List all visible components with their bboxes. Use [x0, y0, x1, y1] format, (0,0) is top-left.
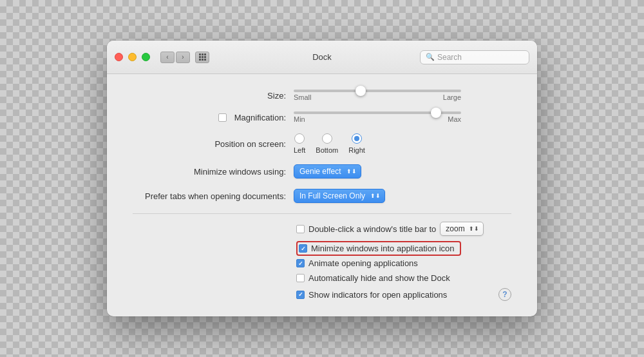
position-right-radio[interactable] [352, 133, 362, 144]
minimize-icon-row: Minimize windows into application icon [133, 241, 511, 256]
double-click-checkbox[interactable] [296, 225, 305, 233]
magnification-control: Min Max [294, 111, 511, 123]
autohide-checkbox[interactable] [296, 274, 305, 282]
magnification-slider-container: Min Max [294, 111, 461, 123]
minimize-select[interactable]: Genie effect ⬆⬇ [294, 164, 361, 179]
animate-checkbox[interactable] [296, 259, 305, 267]
tabs-control: In Full Screen Only ⬆⬇ [294, 189, 511, 203]
highlight-box: Minimize windows into application icon [296, 241, 461, 256]
position-control: Left Bottom Right [294, 133, 511, 154]
nav-buttons: ‹ › [160, 52, 190, 63]
position-left-label: Left [294, 146, 305, 154]
autohide-row: Automatically hide and show the Dock [133, 273, 511, 283]
traffic-lights [115, 53, 150, 61]
tabs-select-arrow: ⬆⬇ [370, 193, 381, 199]
magnification-slider-track[interactable] [294, 111, 461, 114]
minimize-icon-checkbox[interactable] [299, 244, 307, 253]
tabs-select[interactable]: In Full Screen Only ⬆⬇ [294, 189, 385, 203]
size-label: Size: [133, 91, 294, 101]
close-button[interactable] [115, 53, 123, 61]
position-label: Position on screen: [133, 139, 294, 149]
animate-label: Animate opening applications [308, 258, 418, 268]
minimize-button[interactable] [128, 53, 137, 61]
titlebar: ‹ › Dock 🔍 Search [107, 41, 537, 74]
content-area: Size: Small Large Magnification: [107, 74, 537, 316]
position-row: Position on screen: Left Bottom Right [133, 133, 511, 154]
double-click-row: Double-click a window's title bar to zoo… [133, 222, 511, 236]
magnification-row: Magnification: Min Max [133, 111, 511, 123]
minimize-select-arrow: ⬆⬇ [346, 168, 357, 175]
position-bottom-radio[interactable] [322, 133, 332, 144]
zoom-value: zoom [446, 224, 464, 233]
minimize-icon-label: Minimize windows into application icon [311, 244, 455, 253]
magnification-min-label: Min [294, 115, 305, 123]
indicators-label: Show indicators for open applications [308, 290, 447, 300]
size-slider-track[interactable] [294, 90, 461, 92]
help-button[interactable]: ? [498, 288, 511, 301]
maximize-button[interactable] [142, 53, 150, 61]
grid-button[interactable] [195, 52, 209, 63]
position-bottom[interactable]: Bottom [316, 133, 338, 154]
search-placeholder: Search [437, 53, 462, 62]
position-left[interactable]: Left [294, 133, 305, 154]
magnification-checkbox[interactable] [218, 113, 227, 122]
bottom-row: Show indicators for open applications ? [133, 288, 511, 301]
search-icon: 🔍 [426, 53, 435, 61]
search-bar[interactable]: 🔍 Search [420, 50, 529, 64]
size-control: Small Large [294, 90, 511, 101]
minimize-row: Minimize windows using: Genie effect ⬆⬇ [133, 164, 511, 179]
size-small-label: Small [294, 93, 312, 101]
zoom-select[interactable]: zoom ⬆⬇ [440, 222, 483, 236]
window-title: Dock [312, 52, 332, 62]
position-right[interactable]: Right [348, 133, 365, 154]
forward-button[interactable]: › [176, 52, 190, 63]
animate-row: Animate opening applications [133, 258, 511, 268]
position-right-label: Right [348, 146, 365, 154]
separator [133, 213, 511, 214]
tabs-row: Prefer tabs when opening documents: In F… [133, 189, 511, 203]
position-bottom-label: Bottom [316, 146, 338, 154]
magnification-slider-thumb[interactable] [431, 108, 441, 118]
zoom-select-arrow: ⬆⬇ [469, 226, 479, 232]
autohide-label: Automatically hide and show the Dock [308, 273, 450, 283]
minimize-label: Minimize windows using: [133, 167, 294, 177]
size-slider-labels: Small Large [294, 93, 461, 101]
size-slider-thumb[interactable] [355, 86, 366, 96]
back-button[interactable]: ‹ [160, 52, 175, 63]
indicators-checkbox[interactable] [296, 291, 305, 299]
size-slider-container: Small Large [294, 90, 461, 101]
size-large-label: Large [443, 93, 461, 101]
minimize-control: Genie effect ⬆⬇ [294, 164, 511, 179]
position-left-radio[interactable] [294, 133, 305, 144]
preferences-window: ‹ › Dock 🔍 Search Size: [107, 41, 537, 316]
magnification-label: Magnification: [133, 113, 294, 122]
grid-icon [199, 53, 206, 61]
position-radio-group: Left Bottom Right [294, 133, 365, 154]
tabs-value: In Full Screen Only [299, 191, 365, 200]
tabs-label: Prefer tabs when opening documents: [133, 191, 294, 201]
magnification-max-label: Max [448, 115, 461, 123]
size-row: Size: Small Large [133, 90, 511, 101]
double-click-label: Double-click a window's title bar to [308, 224, 436, 234]
minimize-value: Genie effect [299, 167, 341, 176]
